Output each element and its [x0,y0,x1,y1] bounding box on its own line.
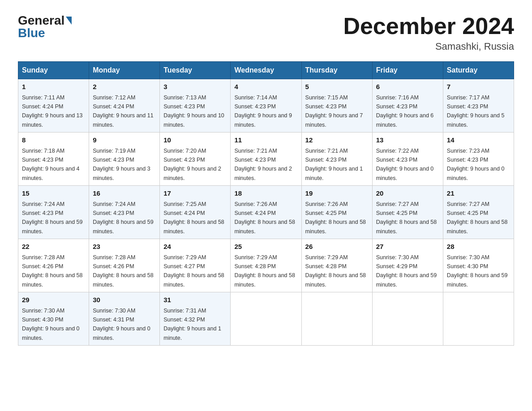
header-monday: Monday [89,62,160,79]
logo: General Blue [18,13,72,40]
day-info: Sunrise: 7:25 AMSunset: 4:24 PMDaylight:… [163,201,224,235]
day-info: Sunrise: 7:21 AMSunset: 4:23 PMDaylight:… [234,148,292,181]
day-number: 6 [376,82,439,92]
day-info: Sunrise: 7:15 AMSunset: 4:23 PMDaylight:… [305,94,363,128]
day-info: Sunrise: 7:31 AMSunset: 4:32 PMDaylight:… [163,308,221,341]
calendar-cell: 8 Sunrise: 7:18 AMSunset: 4:23 PMDayligh… [18,133,89,186]
header-wednesday: Wednesday [231,62,301,79]
day-number: 3 [163,82,227,92]
day-info: Sunrise: 7:17 AMSunset: 4:23 PMDaylight:… [447,94,505,128]
day-info: Sunrise: 7:23 AMSunset: 4:23 PMDaylight:… [447,148,505,181]
calendar-cell: 7 Sunrise: 7:17 AMSunset: 4:23 PMDayligh… [443,79,514,133]
day-info: Sunrise: 7:27 AMSunset: 4:25 PMDaylight:… [376,201,437,235]
day-number: 18 [234,188,297,199]
day-info: Sunrise: 7:26 AMSunset: 4:24 PMDaylight:… [234,201,295,235]
header-tuesday: Tuesday [160,62,231,79]
day-info: Sunrise: 7:13 AMSunset: 4:23 PMDaylight:… [163,94,224,128]
title-block: December 2024 Samashki, Russia [343,13,514,52]
calendar-cell: 5 Sunrise: 7:15 AMSunset: 4:23 PMDayligh… [301,79,372,133]
calendar-week-row: 22 Sunrise: 7:28 AMSunset: 4:26 PMDaylig… [18,239,514,292]
header-saturday: Saturday [443,62,514,79]
calendar-cell: 14 Sunrise: 7:23 AMSunset: 4:23 PMDaylig… [443,133,514,186]
day-info: Sunrise: 7:29 AMSunset: 4:27 PMDaylight:… [163,254,224,288]
day-number: 13 [376,135,439,146]
calendar-cell: 16 Sunrise: 7:24 AMSunset: 4:23 PMDaylig… [89,186,160,239]
day-info: Sunrise: 7:20 AMSunset: 4:23 PMDaylight:… [163,148,221,181]
calendar-week-row: 8 Sunrise: 7:18 AMSunset: 4:23 PMDayligh… [18,133,514,186]
calendar-cell: 21 Sunrise: 7:27 AMSunset: 4:25 PMDaylig… [443,186,514,239]
day-info: Sunrise: 7:11 AMSunset: 4:24 PMDaylight:… [22,94,83,128]
calendar-cell [301,292,372,346]
day-info: Sunrise: 7:26 AMSunset: 4:25 PMDaylight:… [305,201,366,235]
calendar-cell: 15 Sunrise: 7:24 AMSunset: 4:23 PMDaylig… [18,186,89,239]
calendar-cell: 1 Sunrise: 7:11 AMSunset: 4:24 PMDayligh… [18,79,89,133]
day-info: Sunrise: 7:21 AMSunset: 4:23 PMDaylight:… [305,148,363,181]
day-info: Sunrise: 7:12 AMSunset: 4:24 PMDaylight:… [93,94,154,128]
day-number: 4 [234,82,297,92]
day-info: Sunrise: 7:30 AMSunset: 4:31 PMDaylight:… [93,308,150,341]
day-number: 26 [305,242,369,252]
calendar-cell: 10 Sunrise: 7:20 AMSunset: 4:23 PMDaylig… [160,133,231,186]
calendar-week-row: 29 Sunrise: 7:30 AMSunset: 4:30 PMDaylig… [18,292,514,346]
day-info: Sunrise: 7:30 AMSunset: 4:30 PMDaylight:… [22,308,80,341]
calendar-week-row: 15 Sunrise: 7:24 AMSunset: 4:23 PMDaylig… [18,186,514,239]
calendar-table: Sunday Monday Tuesday Wednesday Thursday… [18,61,514,346]
calendar-cell [372,292,443,346]
calendar-cell: 27 Sunrise: 7:30 AMSunset: 4:29 PMDaylig… [372,239,443,292]
logo-blue-text: Blue [18,26,45,40]
calendar-cell: 4 Sunrise: 7:14 AMSunset: 4:23 PMDayligh… [231,79,301,133]
calendar-cell: 6 Sunrise: 7:16 AMSunset: 4:23 PMDayligh… [372,79,443,133]
day-number: 30 [93,295,156,305]
calendar-week-row: 1 Sunrise: 7:11 AMSunset: 4:24 PMDayligh… [18,79,514,133]
day-info: Sunrise: 7:22 AMSunset: 4:23 PMDaylight:… [376,148,434,181]
day-number: 15 [22,188,85,199]
day-info: Sunrise: 7:14 AMSunset: 4:23 PMDaylight:… [234,94,292,128]
day-info: Sunrise: 7:19 AMSunset: 4:23 PMDaylight:… [93,148,150,181]
calendar-cell: 13 Sunrise: 7:22 AMSunset: 4:23 PMDaylig… [372,133,443,186]
calendar-header-row: Sunday Monday Tuesday Wednesday Thursday… [18,62,514,79]
day-info: Sunrise: 7:30 AMSunset: 4:29 PMDaylight:… [376,254,437,288]
day-info: Sunrise: 7:24 AMSunset: 4:23 PMDaylight:… [93,201,154,235]
day-number: 1 [22,82,85,92]
calendar-cell: 18 Sunrise: 7:26 AMSunset: 4:24 PMDaylig… [231,186,301,239]
day-number: 7 [447,82,510,92]
header-sunday: Sunday [18,62,89,79]
day-info: Sunrise: 7:18 AMSunset: 4:23 PMDaylight:… [22,148,80,181]
day-info: Sunrise: 7:30 AMSunset: 4:30 PMDaylight:… [447,254,508,288]
calendar-cell: 12 Sunrise: 7:21 AMSunset: 4:23 PMDaylig… [301,133,372,186]
day-number: 12 [305,135,369,146]
calendar-cell: 20 Sunrise: 7:27 AMSunset: 4:25 PMDaylig… [372,186,443,239]
header-friday: Friday [372,62,443,79]
calendar-cell: 22 Sunrise: 7:28 AMSunset: 4:26 PMDaylig… [18,239,89,292]
day-info: Sunrise: 7:16 AMSunset: 4:23 PMDaylight:… [376,94,434,128]
day-info: Sunrise: 7:29 AMSunset: 4:28 PMDaylight:… [234,254,295,288]
calendar-cell: 17 Sunrise: 7:25 AMSunset: 4:24 PMDaylig… [160,186,231,239]
day-info: Sunrise: 7:28 AMSunset: 4:26 PMDaylight:… [22,254,83,288]
day-number: 19 [305,188,369,199]
month-year-title: December 2024 [343,13,514,39]
day-info: Sunrise: 7:28 AMSunset: 4:26 PMDaylight:… [93,254,154,288]
page-header: General Blue December 2024 Samashki, Rus… [18,13,514,52]
calendar-cell: 28 Sunrise: 7:30 AMSunset: 4:30 PMDaylig… [443,239,514,292]
calendar-cell: 11 Sunrise: 7:21 AMSunset: 4:23 PMDaylig… [231,133,301,186]
day-info: Sunrise: 7:29 AMSunset: 4:28 PMDaylight:… [305,254,366,288]
day-number: 29 [22,295,85,305]
day-info: Sunrise: 7:24 AMSunset: 4:23 PMDaylight:… [22,201,83,235]
header-thursday: Thursday [301,62,372,79]
day-number: 23 [93,242,156,252]
calendar-cell: 25 Sunrise: 7:29 AMSunset: 4:28 PMDaylig… [231,239,301,292]
day-number: 17 [163,188,227,199]
day-number: 27 [376,242,439,252]
day-number: 31 [163,295,227,305]
location-subtitle: Samashki, Russia [343,41,514,52]
calendar-cell: 19 Sunrise: 7:26 AMSunset: 4:25 PMDaylig… [301,186,372,239]
calendar-cell: 23 Sunrise: 7:28 AMSunset: 4:26 PMDaylig… [89,239,160,292]
calendar-cell: 29 Sunrise: 7:30 AMSunset: 4:30 PMDaylig… [18,292,89,346]
day-number: 9 [93,135,156,146]
day-number: 11 [234,135,297,146]
day-number: 22 [22,242,85,252]
calendar-cell: 31 Sunrise: 7:31 AMSunset: 4:32 PMDaylig… [160,292,231,346]
calendar-cell: 26 Sunrise: 7:29 AMSunset: 4:28 PMDaylig… [301,239,372,292]
calendar-cell: 30 Sunrise: 7:30 AMSunset: 4:31 PMDaylig… [89,292,160,346]
day-number: 21 [447,188,510,199]
